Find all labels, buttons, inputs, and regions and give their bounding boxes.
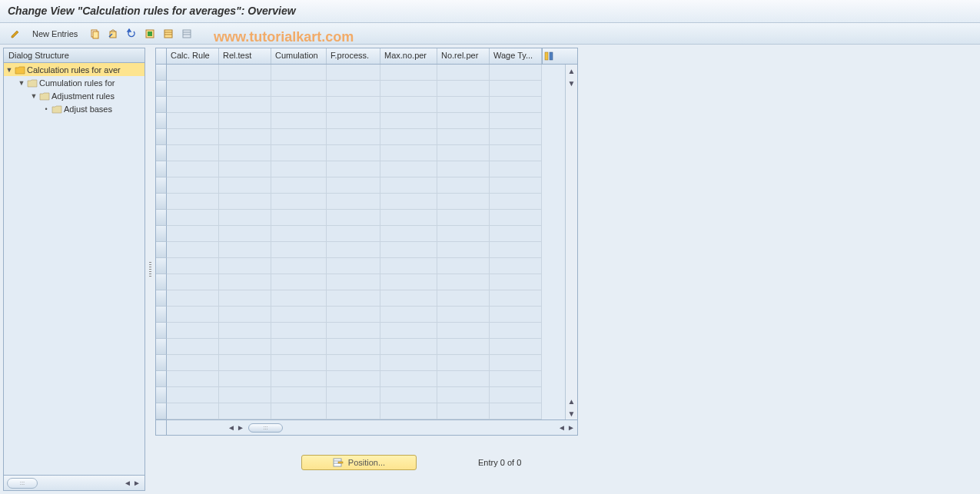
table-cell[interactable]	[167, 129, 219, 145]
table-cell[interactable]	[271, 194, 327, 210]
table-cell[interactable]	[490, 307, 542, 323]
table-cell[interactable]	[327, 339, 380, 355]
table-cell[interactable]	[219, 242, 271, 258]
table-cell[interactable]	[490, 323, 542, 339]
table-row[interactable]	[156, 177, 565, 194]
table-cell[interactable]	[490, 145, 542, 161]
row-selector[interactable]	[156, 65, 167, 81]
table-cell[interactable]	[167, 307, 219, 323]
table-cell[interactable]	[490, 258, 542, 274]
column-header[interactable]: Rel.test	[219, 48, 271, 64]
tree-item-calculation-rules[interactable]: ▼ Calculation rules for aver	[4, 63, 145, 76]
table-cell[interactable]	[219, 387, 271, 403]
table-cell[interactable]	[437, 97, 490, 113]
row-selector[interactable]	[156, 339, 167, 355]
copy-icon[interactable]	[87, 26, 102, 41]
row-selector[interactable]	[156, 242, 167, 258]
table-cell[interactable]	[219, 339, 271, 355]
table-cell[interactable]	[271, 65, 327, 81]
column-header[interactable]: Wage Ty...	[490, 48, 542, 64]
table-cell[interactable]	[380, 97, 437, 113]
table-cell[interactable]	[271, 339, 327, 355]
table-cell[interactable]	[167, 161, 219, 177]
table-cell[interactable]	[327, 258, 380, 274]
table-cell[interactable]	[271, 274, 327, 290]
table-cell[interactable]	[219, 323, 271, 339]
table-cell[interactable]	[380, 355, 437, 371]
select-all-column[interactable]	[156, 48, 167, 64]
table-cell[interactable]	[437, 161, 490, 177]
new-entries-button[interactable]: New Entries	[26, 28, 84, 40]
row-selector[interactable]	[156, 161, 167, 177]
row-selector[interactable]	[156, 387, 167, 403]
scroll-down-icon[interactable]: ▼	[566, 77, 577, 89]
table-cell[interactable]	[271, 161, 327, 177]
table-cell[interactable]	[490, 339, 542, 355]
table-cell[interactable]	[437, 290, 490, 307]
table-cell[interactable]	[327, 210, 380, 226]
sidebar-scroll-handle[interactable]: :::	[7, 478, 38, 489]
table-cell[interactable]	[327, 290, 380, 307]
table-cell[interactable]	[490, 177, 542, 194]
table-cell[interactable]	[490, 387, 542, 403]
scroll-right-icon[interactable]: ◄	[557, 423, 566, 433]
row-selector[interactable]	[156, 258, 167, 274]
table-cell[interactable]	[490, 226, 542, 242]
table-row[interactable]	[156, 113, 565, 129]
table-cell[interactable]	[437, 226, 490, 242]
table-cell[interactable]	[219, 161, 271, 177]
table-row[interactable]	[156, 258, 565, 274]
table-cell[interactable]	[437, 81, 490, 97]
table-cell[interactable]	[271, 323, 327, 339]
table-cell[interactable]	[437, 307, 490, 323]
table-cell[interactable]	[271, 307, 327, 323]
splitter-handle[interactable]	[148, 48, 152, 491]
column-header[interactable]: F.process.	[327, 48, 380, 64]
tree-item-adjust-bases[interactable]: • Adjust bases	[4, 102, 145, 115]
tree-toggle-icon[interactable]: ▼	[5, 66, 13, 74]
table-cell[interactable]	[380, 194, 437, 210]
table-cell[interactable]	[380, 145, 437, 161]
table-row[interactable]	[156, 194, 565, 210]
table-cell[interactable]	[380, 387, 437, 403]
table-cell[interactable]	[271, 403, 327, 419]
table-cell[interactable]	[167, 403, 219, 419]
row-selector[interactable]	[156, 81, 167, 97]
table-cell[interactable]	[437, 145, 490, 161]
table-cell[interactable]	[167, 355, 219, 371]
table-row[interactable]	[156, 129, 565, 145]
table-cell[interactable]	[490, 161, 542, 177]
table-cell[interactable]	[327, 226, 380, 242]
change-display-icon[interactable]	[8, 26, 23, 41]
table-cell[interactable]	[437, 258, 490, 274]
table-cell[interactable]	[167, 290, 219, 307]
table-cell[interactable]	[167, 194, 219, 210]
row-selector[interactable]	[156, 226, 167, 242]
table-row[interactable]	[156, 323, 565, 339]
table-cell[interactable]	[219, 274, 271, 290]
table-row[interactable]	[156, 290, 565, 307]
table-cell[interactable]	[167, 387, 219, 403]
scroll-up-page-icon[interactable]: ▲	[566, 395, 577, 407]
table-cell[interactable]	[380, 242, 437, 258]
table-cell[interactable]	[380, 307, 437, 323]
horizontal-scroll-thumb[interactable]: :::	[248, 423, 283, 433]
table-cell[interactable]	[167, 113, 219, 129]
table-cell[interactable]	[327, 323, 380, 339]
table-cell[interactable]	[327, 97, 380, 113]
table-cell[interactable]	[219, 97, 271, 113]
table-cell[interactable]	[327, 145, 380, 161]
row-selector[interactable]	[156, 290, 167, 307]
table-cell[interactable]	[437, 129, 490, 145]
table-cell[interactable]	[327, 161, 380, 177]
table-cell[interactable]	[327, 355, 380, 371]
vertical-scrollbar[interactable]: ▲ ▼ ▲ ▼	[565, 65, 577, 419]
row-selector[interactable]	[156, 307, 167, 323]
row-selector[interactable]	[156, 97, 167, 113]
table-cell[interactable]	[490, 81, 542, 97]
table-cell[interactable]	[380, 65, 437, 81]
tree-toggle-icon[interactable]: ▼	[18, 79, 25, 87]
table-cell[interactable]	[437, 177, 490, 194]
table-cell[interactable]	[490, 274, 542, 290]
table-cell[interactable]	[490, 242, 542, 258]
